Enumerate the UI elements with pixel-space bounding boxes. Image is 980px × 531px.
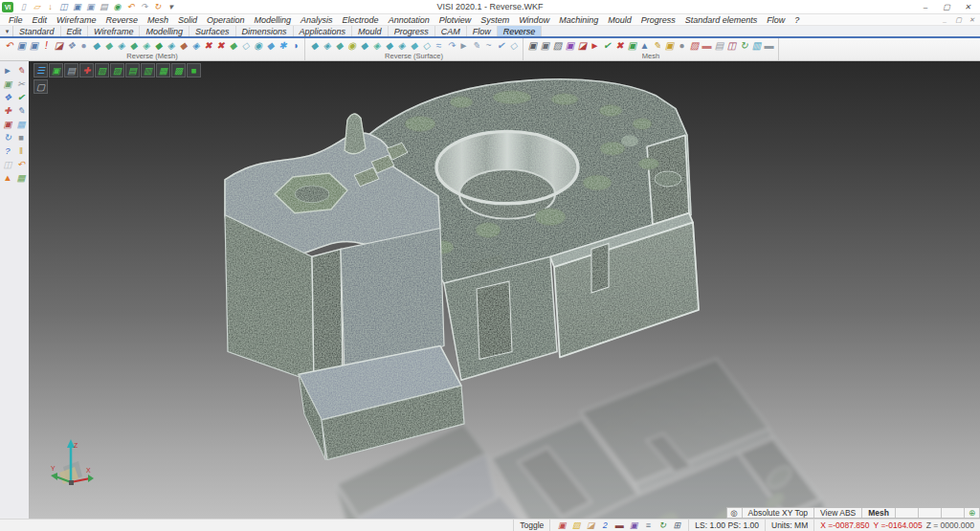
open-file-icon[interactable]: ▱ [31,1,43,13]
shading-mode-icon[interactable]: ▢ [33,79,48,94]
tab-cam[interactable]: CAM [435,26,467,36]
save-icon[interactable]: ◫ [57,1,70,13]
mesh-delete-region-icon[interactable]: ✖ [214,39,227,53]
tab-edit[interactable]: Edit [61,26,89,36]
refresh-icon[interactable]: ↻ [1,130,14,144]
world-icon[interactable]: ⊕ [965,508,980,518]
mesh-annotate-icon[interactable]: ✎ [651,39,663,53]
dynamic-rotate-icon[interactable]: ✚ [79,63,94,77]
menu-item[interactable]: Modelling [250,15,297,25]
minimize-button[interactable]: – [915,1,936,13]
mdi-minimize-button[interactable]: _ [939,15,951,25]
menu-item[interactable]: Progress [636,15,680,25]
zoom-previous-icon[interactable]: ▤ [64,63,78,77]
mdi-close-button[interactable]: ✕ [966,15,978,25]
menu-item[interactable]: ? [790,15,804,25]
menu-item[interactable]: Flow [762,15,790,25]
mesh-flag-icon[interactable]: ► [589,39,601,53]
view-back-icon[interactable]: ▨ [110,63,124,77]
gray-cube-icon[interactable]: ■ [14,130,28,144]
mesh-export-icon[interactable]: ▣ [28,39,40,53]
pencil-edit-icon[interactable]: ✎ [14,103,28,117]
toggle-button[interactable]: Toggle [513,520,549,531]
save-as-icon[interactable]: ▣ [71,1,83,13]
menu-item[interactable]: Operation [202,15,250,25]
image-icon[interactable]: ▦ [14,170,28,184]
mesh-wireframe-icon[interactable]: ▨ [551,39,564,53]
profile-icon[interactable]: ◪ [585,520,596,531]
repeat-icon[interactable]: ↻ [151,1,164,13]
new-file-icon[interactable]: ▯ [17,1,30,13]
surface-offset-icon[interactable]: ◆ [408,39,420,53]
graphics-viewport[interactable]: ☰▣▤✚▧▨▤▥▦▩■ ▢ Z X Y ◎ [29,61,980,519]
surface-extend-icon[interactable]: ◆ [383,39,395,53]
tab-wireframe[interactable]: Wireframe [88,26,140,36]
view-iso-icon[interactable]: ■ [187,63,201,77]
close-button[interactable]: ✕ [957,1,978,13]
view-bottom-icon[interactable]: ▩ [171,63,186,77]
tab-applications[interactable]: Applications [294,26,353,36]
mesh-color-icon[interactable]: ▣ [564,39,576,53]
mesh-paint-icon[interactable]: ✱ [277,39,289,53]
solids-pair-icon[interactable]: ▣ [1,117,14,130]
menu-item[interactable]: Electrode [338,15,384,25]
workplane-indicator[interactable]: Absolute XY Top [743,508,815,518]
mesh-sphere-fit-icon[interactable]: ● [676,39,688,53]
tab-modelling[interactable]: Modelling [140,26,189,36]
menu-item[interactable]: Wireframe [52,15,100,25]
mesh-create-icon[interactable]: ▣ [526,39,539,53]
surface-primitives-icon[interactable]: ◉ [345,39,358,53]
redo-icon[interactable]: ↷ [138,1,150,13]
refresh-green-icon[interactable]: ↻ [657,520,668,531]
mesh-delete-facets-icon[interactable]: ✖ [202,39,214,53]
mesh-analyze-icon[interactable]: ▲ [638,39,651,53]
curve-from-mesh-icon[interactable]: ≈ [433,39,445,53]
mesh-check-ok-icon[interactable]: ✔ [601,39,613,53]
view-front-icon[interactable]: ▧ [95,63,109,77]
maximize-button[interactable]: ▢ [936,1,957,13]
mesh-edit-icon[interactable]: ◪ [53,39,65,53]
surface-plane-icon[interactable]: ◆ [358,39,370,53]
help-icon[interactable]: ? [1,144,14,157]
curve-offset-icon[interactable]: ◇ [507,39,520,53]
surface-fit-icon[interactable]: ◆ [333,39,345,53]
workplane-status-icon[interactable]: ▣ [556,520,568,531]
mesh-plane-icon[interactable]: ▬ [701,39,713,53]
mesh-refine-icon[interactable]: ❖ [65,39,78,53]
menu-item[interactable]: Edit [28,15,53,25]
mesh-recycle-icon[interactable]: ↻ [738,39,750,53]
surface-patch-icon[interactable]: ◈ [321,39,333,53]
mesh-mode-indicator[interactable]: Mesh [862,508,896,518]
mesh-shade-plane-icon[interactable]: ▬ [763,39,775,53]
mesh-repair-icon[interactable]: ▣ [626,39,638,53]
mesh-check-error-icon[interactable]: ✖ [613,39,626,53]
toolbar-options-caret[interactable]: ▾ [2,26,13,36]
menu-item[interactable]: Solid [173,15,202,25]
curve-smooth-icon[interactable]: ~ [482,39,495,53]
vehicle-icon[interactable]: ▬ [613,520,625,531]
flame-icon[interactable]: ▲ [1,170,14,184]
undo-orange-icon[interactable]: ↶ [14,157,28,170]
viewport-canvas[interactable] [29,61,980,519]
mdi-restore-button[interactable]: ▢ [952,15,965,25]
mesh-tools-icon[interactable]: ❖ [1,90,14,103]
surface-trim-icon[interactable]: ◈ [395,39,408,53]
tab-reverse[interactable]: Reverse [498,26,543,36]
mesh-offset-icon[interactable]: ◆ [102,39,115,53]
mesh-flip-icon[interactable]: ◈ [140,39,152,53]
mesh-book-icon[interactable]: ◫ [725,39,738,53]
mesh-sew-icon[interactable]: ◆ [227,39,239,53]
view-menu-icon[interactable]: ☰ [33,63,48,77]
mesh-split-icon[interactable]: ◈ [165,39,177,53]
mesh-delete-plane-icon[interactable]: ▨ [688,39,701,53]
undo-icon[interactable]: ↶ [124,1,137,13]
surface-from-mesh-icon[interactable]: ◆ [308,39,321,53]
mesh-undo-icon[interactable]: ↶ [3,39,15,53]
view-top-icon[interactable]: ▦ [156,63,170,77]
menu-item[interactable]: Analysis [296,15,338,25]
mesh-merge-icon[interactable]: ◆ [152,39,165,53]
tab-surfaces[interactable]: Surfaces [189,26,236,36]
menu-item[interactable]: Standard elements [680,15,763,25]
select-icon[interactable]: ► [1,63,14,77]
menu-item[interactable]: Annotation [384,15,434,25]
